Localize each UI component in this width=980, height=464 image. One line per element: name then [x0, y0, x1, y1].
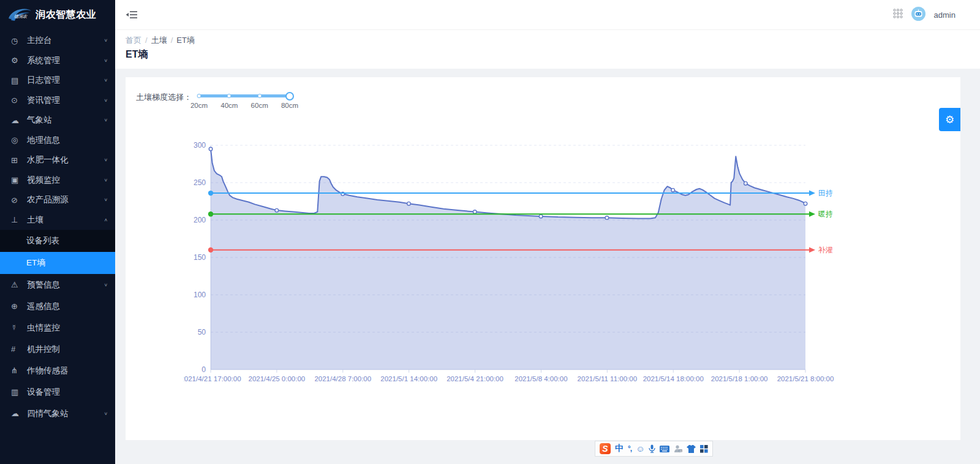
svg-text:2021/5/18 1:00:00: 2021/5/18 1:00:00 — [711, 375, 768, 382]
slider-handle[interactable] — [285, 92, 294, 101]
breadcrumb-separator: / — [141, 36, 151, 45]
sidebar-item-news[interactable]: ⊙资讯管理∨ — [0, 91, 115, 111]
title-band: 首页/土壤/ET墒 ET墒 — [115, 29, 980, 69]
subitem-label: 设备列表 — [26, 235, 108, 246]
svg-text:50: 50 — [198, 328, 206, 337]
ime-mode-chinese[interactable]: 中 — [615, 443, 624, 454]
avatar[interactable] — [911, 7, 925, 23]
slider-stop-40cm — [227, 94, 232, 98]
ime-toolbox-icon[interactable] — [700, 445, 708, 453]
chevron-down-icon: ∨ — [104, 197, 108, 202]
sidebar-item-well-control[interactable]: #机井控制 — [0, 338, 115, 360]
content-card: 土壤梯度选择： 20cm40cm60cm80cm 050100150200250… — [126, 77, 960, 440]
admin-username[interactable]: admin — [934, 10, 956, 20]
news-icon: ⊙ — [11, 96, 23, 105]
svg-text:300: 300 — [194, 141, 206, 150]
dashboard-icon: ◷ — [11, 36, 23, 45]
svg-text:2021/4/21 17:00:00: 2021/4/21 17:00:00 — [184, 375, 241, 382]
sidebar-item-label: 农产品溯源 — [27, 194, 104, 205]
sidebar-item-soil[interactable]: ⊥土壤∧ — [0, 210, 115, 230]
ime-skin-icon[interactable] — [687, 445, 696, 453]
app-title: 润农智慧农业 — [36, 9, 96, 21]
ime-mic-icon[interactable] — [649, 444, 655, 453]
svg-text:2021/5/21 8:00:00: 2021/5/21 8:00:00 — [777, 375, 834, 382]
sidebar-subitem-device-list[interactable]: 设备列表 — [0, 230, 115, 252]
slider-track[interactable] — [199, 94, 290, 97]
sidebar-item-product-trace[interactable]: ⊘农产品溯源∨ — [0, 190, 115, 210]
svg-text:2021/4/25 0:00:00: 2021/4/25 0:00:00 — [249, 375, 306, 382]
slider-stop-20cm — [197, 94, 202, 98]
sidebar-collapse-icon[interactable] — [126, 10, 138, 22]
breadcrumb-item[interactable]: 土壤 — [151, 36, 167, 45]
geo-info-icon: ◎ — [11, 135, 23, 145]
sidebar-item-label: 土壤 — [27, 215, 104, 226]
sidebar-item-dashboard[interactable]: ◷主控台∨ — [0, 31, 115, 51]
chevron-down-icon: ∨ — [104, 411, 108, 416]
sidebar-item-video-monitor[interactable]: ▣视频监控∨ — [0, 170, 115, 191]
gear-icon: ⚙ — [945, 113, 954, 126]
sidebar-item-label: 作物传感器 — [27, 365, 108, 376]
chevron-down-icon: ∨ — [104, 283, 108, 287]
sidebar-item-label: 资讯管理 — [27, 95, 104, 106]
ime-punctuation-icon[interactable]: °, — [628, 444, 631, 453]
sidebar-item-geo-info[interactable]: ◎地理信息 — [0, 131, 115, 151]
ime-keyboard-icon[interactable] — [660, 446, 669, 452]
svg-text:德润农: 德润农 — [14, 14, 28, 18]
svg-text:200: 200 — [194, 216, 206, 224]
slider-stop-60cm — [257, 94, 262, 98]
sidebar-item-label: 四情气象站 — [27, 408, 104, 419]
soil-icon: ⊥ — [11, 215, 23, 224]
device-manage-icon: ▥ — [11, 387, 23, 397]
svg-text:150: 150 — [194, 253, 206, 262]
crop-sensor-icon: ⋔ — [11, 366, 23, 375]
ime-toolbar: S 中 °, ☺ 22 — [595, 441, 713, 457]
sidebar-item-device-manage[interactable]: ▥设备管理 — [0, 381, 115, 403]
sidebar-item-insect-monitor[interactable]: ☿虫情监控 — [0, 317, 115, 338]
sidebar-item-label: 设备管理 — [27, 387, 108, 398]
breadcrumb: 首页/土壤/ET墒 — [126, 35, 195, 46]
sidebar-item-log[interactable]: ▤日志管理∨ — [0, 70, 115, 91]
sidebar-item-warning-info[interactable]: ⚠预警信息∨ — [0, 274, 115, 295]
sidebar-item-crop-sensor[interactable]: ⋔作物传感器 — [0, 360, 115, 381]
svg-text:田持: 田持 — [818, 189, 833, 197]
sidebar-item-four-weather[interactable]: ☁四情气象站∨ — [0, 403, 115, 424]
gear-icon: ⚙ — [11, 56, 23, 65]
breadcrumb-item[interactable]: 首页 — [126, 36, 141, 45]
sidebar-item-label: 视频监控 — [27, 175, 104, 186]
sidebar-item-gear[interactable]: ⚙系统管理∨ — [0, 51, 115, 71]
svg-text:22: 22 — [679, 449, 682, 452]
chevron-down-icon: ∨ — [104, 38, 108, 43]
sogou-logo-icon[interactable]: S — [600, 443, 611, 454]
slider-mark-label: 20cm — [190, 102, 208, 109]
sidebar-item-remote-sensing[interactable]: ⊕遥感信息 — [0, 295, 115, 317]
chevron-down-icon: ∨ — [104, 98, 108, 103]
log-icon: ▤ — [11, 76, 23, 85]
theme-settings-button[interactable]: ⚙ — [939, 108, 960, 131]
ime-user-icon[interactable]: 22 — [674, 445, 682, 453]
warning-info-icon: ⚠ — [11, 280, 23, 289]
svg-text:0: 0 — [202, 365, 206, 374]
sidebar-item-label: 虫情监控 — [27, 322, 108, 333]
sidebar-item-label: 预警信息 — [27, 280, 104, 291]
page-title: ET墒 — [126, 48, 148, 61]
subitem-label: ET墒 — [26, 257, 108, 268]
apps-grid-icon[interactable] — [893, 9, 903, 21]
sidebar-item-label: 地理信息 — [27, 135, 108, 146]
ime-emoji-icon[interactable]: ☺ — [636, 444, 644, 454]
well-control-icon: # — [11, 344, 23, 354]
svg-text:补灌: 补灌 — [818, 246, 833, 254]
logo: 德润农 润农智慧农业 — [0, 0, 115, 29]
svg-text:2021/5/11 11:00:00: 2021/5/11 11:00:00 — [578, 375, 637, 382]
sidebar-subitem-et-moisture[interactable]: ET墒 — [0, 252, 115, 274]
logo-swirl-icon: 德润农 — [7, 7, 32, 23]
sidebar: 德润农 润农智慧农业 ◷主控台∨⚙系统管理∨▤日志管理∨⊙资讯管理∨☁气象站∨◎… — [0, 0, 115, 464]
sidebar-item-weather-station[interactable]: ☁气象站∨ — [0, 110, 115, 131]
chevron-down-icon: ∨ — [104, 158, 108, 162]
svg-text:2021/4/28 7:00:00: 2021/4/28 7:00:00 — [314, 375, 371, 382]
sidebar-item-label: 水肥一体化 — [27, 154, 104, 165]
insect-monitor-icon: ☿ — [11, 323, 23, 332]
soil-depth-slider[interactable]: 20cm40cm60cm80cm — [199, 91, 290, 112]
sidebar-item-water-fertilizer[interactable]: ⊞水肥一体化∨ — [0, 150, 115, 170]
top-header: admin — [115, 0, 980, 30]
sidebar-item-label: 主控台 — [27, 35, 104, 46]
